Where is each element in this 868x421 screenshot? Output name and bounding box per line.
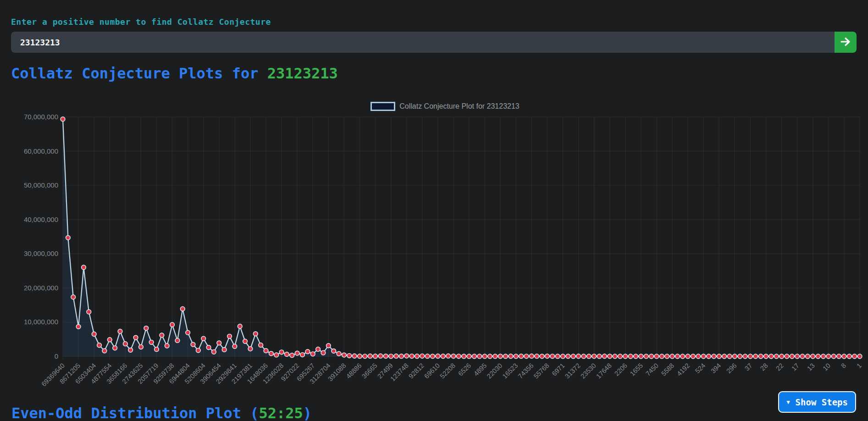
data-point [488,354,492,359]
data-point [97,343,102,348]
data-point [128,348,133,353]
data-point [618,354,623,359]
data-point [118,329,122,334]
data-point [686,354,690,359]
data-point [399,354,404,359]
data-point [743,354,747,359]
data-point [279,350,284,355]
data-point [248,347,253,351]
data-point [482,354,487,359]
data-point [217,341,221,345]
show-steps-button[interactable]: ▼ Show Steps [778,391,856,413]
data-point [701,354,706,359]
svg-text:30,000,000: 30,000,000 [24,249,58,257]
data-point [295,351,299,355]
data-point [290,353,294,358]
data-point [133,335,138,340]
svg-text:7450: 7450 [644,362,660,377]
data-point [102,349,107,353]
data-point [587,354,592,359]
number-input[interactable] [11,32,835,53]
data-point [654,354,659,359]
svg-text:22: 22 [774,362,785,372]
svg-text:22030: 22030 [485,362,503,380]
data-point [811,354,815,359]
data-point [165,343,169,348]
data-point [76,325,81,329]
data-point [696,354,701,359]
data-point [540,354,544,359]
data-point [378,354,383,358]
data-point [232,344,237,349]
data-point [342,353,347,357]
data-point [649,354,654,359]
data-point [368,354,372,359]
data-point [87,310,91,314]
svg-text:92812: 92812 [407,362,426,380]
chart-canvas[interactable]: 010,000,00020,000,00030,000,00040,000,00… [11,100,868,402]
data-point [831,354,836,359]
number-input-row [11,32,857,53]
data-point [680,354,685,359]
data-point [613,354,617,359]
data-point [82,265,86,270]
data-point [722,354,727,359]
data-point [347,354,352,358]
arrow-right-icon [840,37,851,48]
data-point [806,354,810,359]
svg-text:17: 17 [790,362,801,372]
data-point [316,347,321,352]
data-point [113,346,117,350]
data-point [509,354,513,359]
data-point [790,354,795,359]
svg-text:13: 13 [806,362,816,372]
submit-button[interactable] [835,32,857,53]
data-point [758,354,763,359]
data-point [628,354,633,359]
caret-down-icon: ▼ [786,399,790,405]
data-point [748,354,753,359]
data-point [61,117,65,122]
data-point [446,354,451,358]
data-point [566,354,570,359]
data-point [472,354,477,359]
svg-text:36665: 36665 [360,362,379,380]
data-point [727,354,732,359]
data-point [660,354,664,359]
data-point [545,354,550,359]
plots-heading: Collatz Conjecture Plots for 23123213 [11,65,857,82]
data-point [592,354,597,359]
data-point [503,354,508,359]
svg-text:74356: 74356 [517,362,535,380]
data-point [71,295,76,299]
data-point [123,342,128,346]
data-point [222,348,227,352]
svg-text:2206: 2206 [613,362,629,377]
data-point [581,354,586,359]
data-point [769,354,774,359]
svg-text:70,000,000: 70,000,000 [24,113,58,121]
data-point [670,354,674,359]
data-point [180,307,185,311]
svg-text:0: 0 [55,352,58,360]
data-point [425,354,430,359]
data-point [785,354,789,359]
data-point [451,354,456,359]
data-point [373,354,378,359]
svg-text:23530: 23530 [579,362,597,380]
data-point [780,354,784,359]
svg-text:296: 296 [725,362,738,375]
data-point [707,354,711,359]
data-point [675,354,680,359]
data-point [530,354,534,359]
data-point [149,340,154,345]
data-point [409,354,414,359]
data-point [608,354,612,359]
plots-heading-number: 23123213 [267,65,338,82]
input-prompt-label: Enter a positive number to find Collatz … [11,17,857,27]
data-point [441,354,445,359]
data-point [571,354,575,359]
data-point [733,354,737,359]
data-point [254,332,258,336]
data-point [191,342,195,347]
